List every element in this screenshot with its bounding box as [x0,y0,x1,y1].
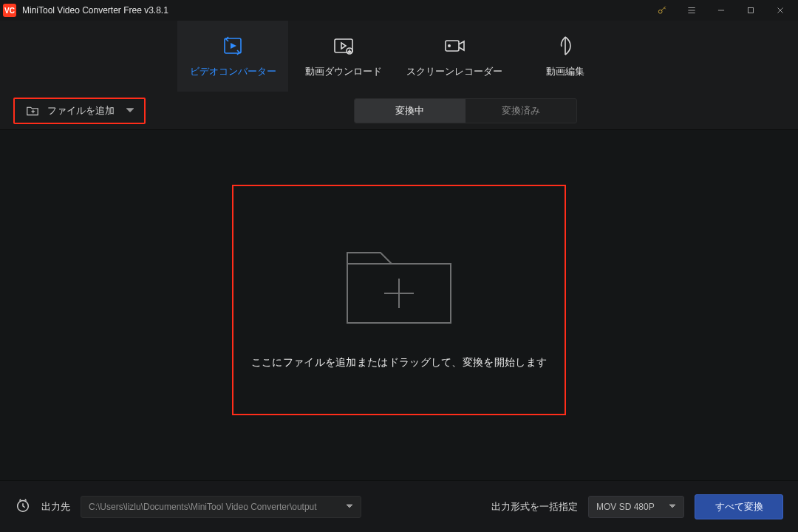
tab-label: 動画編集 [546,66,584,78]
add-file-button[interactable]: ファイルを追加 [13,98,146,124]
tab-video-converter[interactable]: ビデオコンバーター [177,21,288,92]
app-window: VC MiniTool Video Converter Free v3.8.1 … [0,0,798,532]
app-title: MiniTool Video Converter Free v3.8.1 [22,5,168,16]
tab-video-download[interactable]: 動画ダウンロード [288,21,399,92]
output-dir-value: C:\Users\lizlu\Documents\MiniTool Video … [89,502,317,512]
tab-video-editor[interactable]: 動画編集 [510,21,621,92]
upgrade-key-icon[interactable] [647,0,677,21]
output-dir-select[interactable]: C:\Users\lizlu\Documents\MiniTool Video … [81,496,361,518]
output-dir-label: 出力先 [41,500,70,514]
add-file-icon [25,105,40,117]
converter-icon [220,35,245,57]
footer-bar: 出力先 C:\Users\lizlu\Documents\MiniTool Vi… [0,480,798,532]
download-icon [331,35,356,57]
tab-screen-recorder[interactable]: スクリーンレコーダー [399,21,510,92]
tab-label: ビデオコンバーター [190,66,276,78]
batch-format-value: MOV SD 480P [596,502,655,512]
convert-all-button[interactable]: すべて変換 [695,494,783,519]
batch-format-label: 出力形式を一括指定 [491,500,578,514]
toolbar: ファイルを追加 変換中 変換済み [0,92,798,130]
app-logo-icon: VC [3,4,16,17]
drop-instruction-text: ここにファイルを追加またはドラッグして、変換を開始します [251,356,547,369]
content-area: ここにファイルを追加またはドラッグして、変換を開始します [0,130,798,480]
add-file-label: ファイルを追加 [47,104,115,117]
svg-point-0 [658,10,662,13]
tab-label: 動画ダウンロード [305,66,382,78]
title-bar: VC MiniTool Video Converter Free v3.8.1 [0,0,798,21]
recorder-icon [442,35,467,57]
menu-icon[interactable] [677,0,706,21]
svg-rect-1 [748,8,754,13]
batch-format-select[interactable]: MOV SD 480P [588,496,684,518]
minimize-icon[interactable] [706,0,736,21]
file-drop-zone[interactable]: ここにファイルを追加またはドラッグして、変換を開始します [232,185,566,415]
svg-rect-4 [446,41,459,51]
tab-label: スクリーンレコーダー [406,66,502,78]
folder-add-icon [336,231,462,337]
chevron-down-icon [126,105,134,116]
status-segmented-control: 変換中 変換済み [354,98,577,123]
editor-icon [554,35,576,57]
seg-completed[interactable]: 変換済み [466,99,576,123]
chevron-down-icon [346,502,353,512]
svg-point-5 [448,44,451,47]
scheduler-icon[interactable] [15,497,31,516]
chevron-down-icon [669,502,676,512]
seg-converting[interactable]: 変換中 [355,99,466,123]
maximize-icon[interactable] [736,0,765,21]
main-tabs: ビデオコンバーター 動画ダウンロード スクリーンレコーダー 動画編集 [0,21,798,92]
close-icon[interactable] [765,0,795,21]
